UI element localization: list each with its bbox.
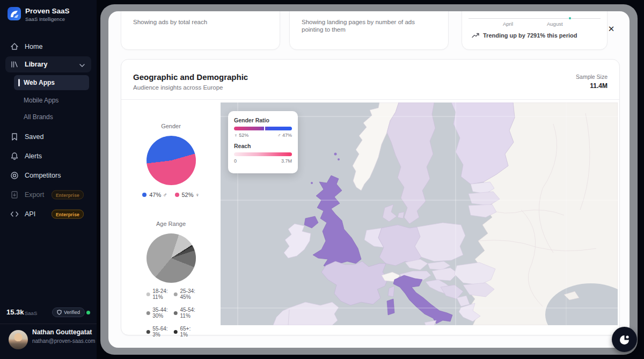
map-island-sardinia[interactable] (387, 299, 394, 315)
active-indicator (18, 79, 20, 86)
sidebar-item-saved[interactable]: Saved (5, 128, 91, 146)
legend-dot (174, 330, 178, 334)
legend-dot (174, 311, 178, 315)
chart-x-axis (469, 18, 601, 19)
sidebar-item-competitors[interactable]: Competitors (5, 166, 91, 185)
sidebar-item-library[interactable]: Library (5, 56, 91, 72)
age-legend: 18-24: 11% 25-34: 45% 35-44: 30% 45-54: … (146, 288, 196, 338)
reach-gradient-bar (234, 152, 292, 156)
enterprise-badge: Enterprise (52, 210, 84, 219)
bookmark-icon (10, 132, 19, 142)
sidebar-item-mobile-apps[interactable]: Mobile Apps (14, 93, 89, 108)
legend-item: 55-64: 3% (146, 326, 168, 338)
trend-caption: Trending up by 7291% this period (472, 32, 577, 39)
map-country-denmark-island[interactable] (398, 212, 404, 218)
card-trending: April August Trending up by 7291% this p… (462, 11, 608, 50)
sidebar-item-label: Mobile Apps (24, 97, 58, 104)
code-icon (10, 209, 19, 219)
reach-label: Reach (234, 143, 292, 149)
legend-item: 25-34: 45% (174, 288, 196, 300)
sidebar-item-alerts[interactable]: Alerts (5, 147, 91, 165)
legend-item: 52% ♀ (175, 192, 200, 198)
brand-name: Proven SaaS (25, 7, 70, 15)
sample-size-label: Sample Size (576, 74, 608, 80)
sidebar-item-label: API (25, 210, 35, 218)
library-icon (10, 60, 19, 69)
gender-chart-title: Gender (121, 123, 221, 129)
avatar (9, 330, 28, 349)
legend-dot (174, 292, 178, 296)
map-shetland-isles[interactable] (334, 153, 337, 156)
user-email: nathan@proven-saas.com (32, 338, 96, 344)
sidebar-item-label: Web Apps (24, 79, 55, 86)
gender-pie-chart[interactable] (147, 136, 196, 185)
geographic-demographic-card: Geographic and Demographic Audience insi… (121, 59, 620, 335)
sample-size-value: 11.4M (590, 82, 608, 90)
demographics-column: Gender 47% ♂ 52% ♀ Age Range 18-24: 11% … (121, 99, 221, 335)
legend-dot (142, 193, 147, 197)
reach-max: 3.7M (281, 158, 292, 164)
brand-logo-icon (8, 7, 21, 20)
assistant-fab-button[interactable] (612, 327, 637, 352)
sidebar-item-api[interactable]: API Enterprise (5, 205, 91, 223)
user-account[interactable]: Nathan Gouttegatat nathan@proven-saas.co… (0, 324, 97, 359)
saas-count: 15.3k (6, 308, 24, 316)
legend-item: 65+: 1% (174, 326, 196, 338)
gender-ratio-label: Gender Ratio (234, 117, 292, 123)
map-legend-tooltip: Gender Ratio ♀ 52% ♂ 47% Reach 0 3.7M (228, 111, 298, 173)
sidebar-item-web-apps[interactable]: Web Apps (14, 75, 89, 90)
legend-dot (146, 330, 150, 334)
x-tick-april: April (503, 21, 513, 27)
user-name: Nathan Gouttegatat (32, 328, 92, 336)
reach-min: 0 (234, 158, 237, 164)
card-title: Geographic and Demographic (133, 72, 248, 82)
verified-badge[interactable]: Verified (52, 307, 85, 317)
gender-legend: 47% ♂ 52% ♀ (121, 192, 221, 198)
chevron-down-icon (79, 60, 85, 69)
male-share: ♂ 47% (277, 133, 292, 138)
map-orkney-isles[interactable] (338, 158, 340, 160)
legend-item: 47% ♂ (142, 192, 167, 198)
legend-item: 45-54: 11% (174, 307, 196, 319)
age-pie-chart[interactable] (147, 233, 196, 283)
sidebar-item-all-brands[interactable]: All Brands (14, 109, 89, 124)
gender-ratio-gradient-bar (234, 127, 292, 130)
card-subtitle: Audience insights across Europe (133, 84, 223, 91)
report-modal: Showing ads by total reach Showing landi… (108, 11, 630, 348)
map-country-germany[interactable] (378, 225, 421, 266)
card-landing-pages: Showing landing pages by number of ads p… (289, 11, 449, 50)
saas-count-unit: SaaS (25, 310, 37, 316)
close-button[interactable]: ✕ (605, 23, 617, 35)
home-icon (10, 42, 19, 52)
sidebar-item-home[interactable]: Home (5, 38, 91, 56)
sidebar-item-export[interactable]: Export Enterprise (5, 186, 91, 204)
sidebar-stats: 15.3k SaaS Verified (0, 306, 97, 320)
map-hebrides[interactable] (311, 182, 313, 184)
sidebar-item-label: Alerts (25, 152, 42, 160)
x-tick-august: August (547, 21, 563, 27)
map-country-poland[interactable] (415, 223, 465, 261)
sidebar-item-label: All Brands (24, 113, 53, 121)
bell-icon (10, 151, 19, 161)
status-online-dot (86, 311, 90, 314)
sidebar-item-label: Saved (25, 133, 43, 141)
card-ads-by-reach: Showing ads by total reach (121, 11, 280, 50)
legend-item: 35-44: 30% (146, 307, 168, 319)
card-title: Showing ads by total reach (121, 11, 280, 26)
brand-bubble-icon (618, 333, 631, 346)
close-icon: ✕ (608, 24, 615, 34)
legend-item: 18-24: 11% (146, 288, 168, 300)
sidebar-item-label: Library (25, 61, 47, 68)
export-file-icon (10, 190, 19, 200)
sidebar: Proven SaaS SaaS Intelligence Home Libra… (0, 0, 97, 359)
brand-tagline: SaaS Intelligence (25, 16, 70, 22)
trending-up-icon (472, 33, 479, 38)
female-share: ♀ 52% (234, 133, 248, 138)
card-title: Showing landing pages by number of ads p… (290, 11, 448, 33)
target-icon (10, 171, 19, 180)
chart-data-point (568, 17, 572, 20)
brand: Proven SaaS SaaS Intelligence (8, 7, 70, 22)
legend-dot (175, 193, 179, 197)
app-root: { "sidebar": { "brand": { "name": "Prove… (0, 0, 644, 359)
sidebar-item-label: Competitors (25, 172, 61, 179)
